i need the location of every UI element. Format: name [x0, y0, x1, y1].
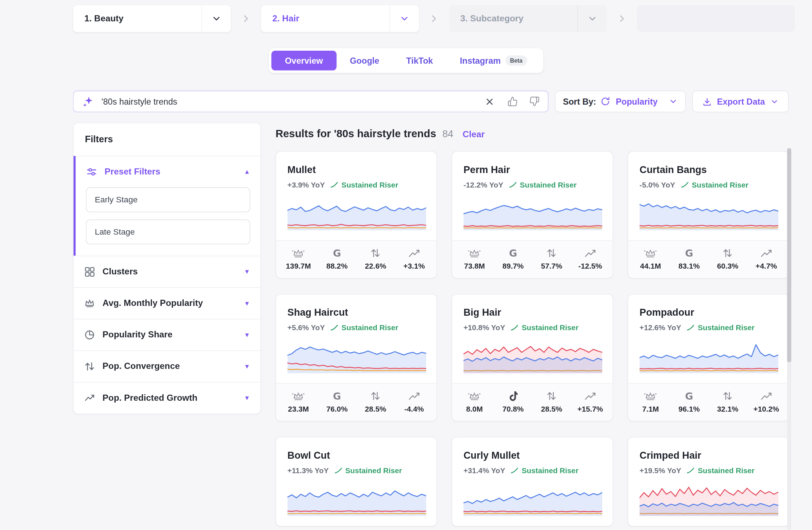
- category-select-subcategory[interactable]: 3. Subcategory: [449, 5, 607, 32]
- pie-icon: [84, 329, 95, 340]
- clear-icon[interactable]: [485, 97, 494, 106]
- preset-filter-late-stage[interactable]: Late Stage: [86, 219, 250, 244]
- stat-value: 32.1%: [717, 405, 738, 413]
- card-subtitle: +31.4% YoY Sustained Riser: [464, 466, 601, 475]
- card-status-label: Sustained Riser: [342, 181, 398, 189]
- chevron-down-icon: ▼: [244, 300, 250, 306]
- search-row: Sort By: Popularity Export Data: [73, 91, 789, 112]
- card-header: Mullet +3.9% YoY Sustained Riser: [276, 152, 436, 189]
- thumbs-up-icon[interactable]: [507, 96, 518, 107]
- preset-filter-early-stage[interactable]: Early Stage: [86, 188, 250, 213]
- chevron-down-icon: [770, 97, 779, 106]
- filter-section-pop-predicted-growth: Pop. Predicted Growth ▼: [74, 382, 260, 413]
- stat-item: -12.5%: [571, 247, 610, 270]
- sparkline-chart: [464, 340, 601, 373]
- trend-card[interactable]: Pompadour +12.6% YoY Sustained Riser 7.1…: [628, 294, 789, 421]
- stat-value: 70.8%: [502, 405, 524, 413]
- updown-arrows-icon: [370, 247, 381, 258]
- card-stats: 139.7MG88.2%22.6%+3.1%: [276, 240, 436, 278]
- card-subtitle: +3.9% YoY Sustained Riser: [288, 181, 425, 189]
- tab-tiktok[interactable]: TikTok: [393, 51, 446, 70]
- export-data-button[interactable]: Export Data: [692, 91, 789, 112]
- chevron-down-icon[interactable]: [201, 5, 231, 32]
- trend-card[interactable]: Bowl Cut +11.3% YoY Sustained Riser: [276, 437, 437, 526]
- trend-card[interactable]: Perm Hair -12.2% YoY Sustained Riser 73.…: [452, 151, 613, 279]
- card-title: Shag Haircut: [288, 306, 425, 319]
- chevron-down-icon[interactable]: [389, 5, 419, 32]
- category-breadcrumb: 1. Beauty 2. Hair 3. Subcategory: [73, 0, 812, 32]
- google-icon: G: [333, 247, 341, 258]
- results-header: Results for '80s hairstyle trends 84 Cle…: [276, 127, 789, 140]
- results-grid: Mullet +3.9% YoY Sustained Riser 139.7MG…: [276, 151, 789, 527]
- category-label: 2. Hair: [261, 13, 300, 24]
- pop-predicted-growth-header[interactable]: Pop. Predicted Growth ▼: [74, 383, 260, 414]
- stat-item: +10.2%: [747, 390, 786, 413]
- clusters-header[interactable]: Clusters ▼: [74, 256, 260, 287]
- category-select-beauty[interactable]: 1. Beauty: [73, 5, 231, 32]
- sort-by-dropdown[interactable]: Sort By: Popularity: [555, 91, 686, 112]
- card-status: Sustained Riser: [687, 466, 755, 475]
- tab-overview[interactable]: Overview: [272, 51, 336, 70]
- crown-icon: [292, 390, 305, 401]
- chevron-down-icon[interactable]: [577, 5, 607, 32]
- trend-card[interactable]: Shag Haircut +5.6% YoY Sustained Riser 2…: [276, 294, 437, 421]
- card-status: Sustained Riser: [334, 466, 402, 475]
- filter-section-label: Clusters: [102, 266, 237, 277]
- chevron-down-icon: ▼: [244, 395, 250, 401]
- category-select-hair[interactable]: 2. Hair: [261, 5, 419, 32]
- stat-value: 83.1%: [678, 262, 700, 270]
- scrollbar-thumb[interactable]: [787, 148, 791, 362]
- tab-google[interactable]: Google: [336, 51, 393, 70]
- popularity-share-header[interactable]: Popularity Share ▼: [74, 319, 260, 350]
- card-title: Perm Hair: [464, 164, 601, 176]
- card-header: Perm Hair -12.2% YoY Sustained Riser: [452, 152, 612, 189]
- stat-value: 73.8M: [464, 262, 485, 270]
- filter-section-label: Preset Filters: [105, 167, 237, 177]
- sort-by-label: Sort By:: [563, 97, 596, 106]
- card-yoy: +19.5% YoY: [640, 466, 681, 475]
- thumbs-down-icon[interactable]: [529, 96, 540, 107]
- clear-results-button[interactable]: Clear: [462, 129, 485, 140]
- tab-instagram[interactable]: Instagram Beta: [447, 51, 541, 70]
- stat-item: 28.5%: [356, 390, 395, 413]
- crown-icon: [644, 247, 657, 258]
- trend-icon: [408, 247, 420, 258]
- card-header: Big Hair +10.8% YoY Sustained Riser: [452, 295, 612, 332]
- trend-card[interactable]: Curly Mullet +31.4% YoY Sustained Riser: [452, 437, 613, 526]
- card-yoy: +5.6% YoY: [288, 324, 325, 332]
- results-count: 84: [442, 129, 453, 140]
- stat-item: G89.7%: [494, 247, 532, 270]
- crown-icon: [468, 247, 481, 258]
- card-status-label: Sustained Riser: [345, 466, 402, 475]
- search-box[interactable]: [73, 91, 549, 112]
- trend-card[interactable]: Big Hair +10.8% YoY Sustained Riser 8.0M…: [452, 294, 613, 421]
- trend-card[interactable]: Mullet +3.9% YoY Sustained Riser 139.7MG…: [276, 151, 437, 279]
- card-title: Big Hair: [464, 306, 601, 319]
- riser-curve-icon: [687, 324, 695, 331]
- card-header: Curly Mullet +31.4% YoY Sustained Riser: [452, 437, 612, 475]
- sparkline-chart: [464, 197, 601, 231]
- card-stats: 8.0M70.8%28.5%+15.7%: [452, 383, 612, 421]
- tiktok-icon: [508, 390, 518, 401]
- convergence-icon: [84, 361, 95, 372]
- riser-curve-icon: [509, 182, 516, 188]
- card-header: Crimped Hair +19.5% YoY Sustained Riser: [628, 437, 788, 475]
- stat-value: 7.1M: [642, 405, 659, 413]
- stat-value: 28.5%: [541, 405, 562, 413]
- preset-filters-header[interactable]: Preset Filters ▲: [76, 156, 260, 188]
- search-input[interactable]: [100, 96, 479, 107]
- card-yoy: -12.2% YoY: [464, 181, 503, 189]
- sparkline-chart: [640, 340, 777, 373]
- stat-item: -4.4%: [395, 390, 434, 413]
- filter-section-label: Pop. Predicted Growth: [102, 393, 237, 403]
- trend-card[interactable]: Curtain Bangs -5.0% YoY Sustained Riser …: [628, 151, 789, 279]
- avg-monthly-popularity-header[interactable]: Avg. Monthly Popularity ▼: [74, 288, 260, 319]
- pop-convergence-header[interactable]: Pop. Convergence ▼: [74, 351, 260, 382]
- vertical-scrollbar[interactable]: [787, 148, 791, 530]
- preset-filter-label: Early Stage: [95, 195, 138, 205]
- card-subtitle: -12.2% YoY Sustained Riser: [464, 181, 601, 189]
- trend-card[interactable]: Crimped Hair +19.5% YoY Sustained Riser: [628, 437, 789, 526]
- download-icon: [702, 97, 712, 106]
- updown-arrows-icon: [546, 247, 557, 258]
- stat-item: G96.1%: [670, 390, 708, 413]
